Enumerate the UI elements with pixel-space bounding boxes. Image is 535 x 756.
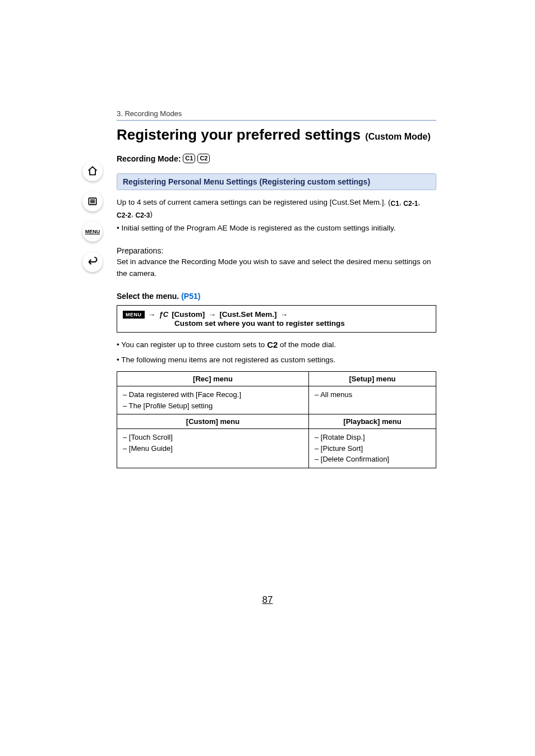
bullet-2: • The following menu items are not regis… — [117, 354, 436, 366]
table-header: [Rec] menu — [117, 372, 309, 386]
preparations-text: Set in advance the Recording Mode you wi… — [117, 256, 436, 279]
menu-path-box: MENU → ƒC [Custom] → [Cust.Set Mem.] → C… — [117, 305, 436, 333]
back-icon[interactable] — [82, 252, 103, 272]
page-title: Registering your preferred settings (Cus… — [117, 126, 436, 144]
menu-badge-icon: MENU — [123, 311, 145, 319]
table-header: [Custom] menu — [117, 414, 309, 429]
table-header: [Setup] menu — [309, 372, 436, 386]
not-registered-table: [Rec] menu [Setup] menu – Data registere… — [117, 371, 436, 468]
intro-text-2: • Initial setting of the Program AE Mode… — [117, 223, 436, 234]
breadcrumb: 3. Recording Modes — [117, 109, 436, 118]
bullet-1: • You can register up to three custom se… — [117, 338, 436, 352]
recording-mode-line: Recording Mode: C1C2 — [117, 154, 436, 163]
home-icon[interactable] — [82, 161, 103, 181]
mode-badge-c2: C2 — [197, 154, 210, 163]
page-number: 87 — [0, 594, 535, 606]
mode-badge-c1: C1 — [183, 154, 195, 163]
table-cell: – [Rotate Disp.] – [Picture Sort] – [Del… — [309, 429, 436, 468]
intro-text-1: Up to 4 sets of current camera settings … — [117, 197, 436, 220]
table-header: [Playback] menu — [309, 414, 436, 429]
c2-dial-icon: C2 — [267, 338, 278, 352]
page-ref-link[interactable]: (P51) — [181, 292, 200, 301]
toc-icon[interactable] — [82, 191, 103, 211]
table-cell: – [Touch Scroll] – [Menu Guide] — [117, 429, 309, 468]
select-menu-line: Select the menu. (P51) — [117, 292, 436, 301]
section-header: Registering Personal Menu Settings (Regi… — [117, 173, 436, 190]
table-cell: – All menus — [309, 386, 436, 414]
custom-fc-icon: ƒC — [159, 310, 169, 319]
preparations-label: Preparations: — [117, 246, 436, 255]
table-cell: – Data registered with [Face Recog.] – T… — [117, 386, 309, 414]
menu-icon[interactable]: MENU — [82, 222, 103, 242]
